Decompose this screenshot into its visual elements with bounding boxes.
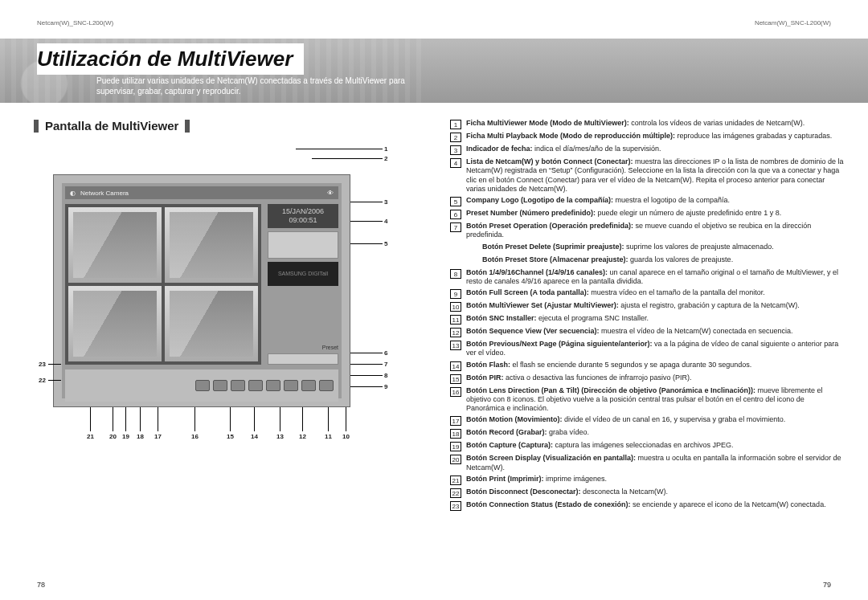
leader-line — [312, 158, 383, 159]
callout-number-box: 9 — [450, 289, 461, 299]
definition-text: Lista de Netcam(W) y botón Connect (Cone… — [466, 157, 844, 194]
screenshot-body: 15/JAN/2006 09:00:51 SAMSUNG DIGITall Pr… — [65, 204, 338, 365]
definition-text: Botón Motion (Movimiento): divide el víd… — [466, 415, 785, 426]
callout-number-box: 16 — [450, 387, 461, 397]
running-head-right: Netcam(W)_SNC-L200(W) — [755, 19, 831, 27]
camera-tile — [165, 207, 258, 283]
leader-line — [302, 407, 303, 431]
callout-number-box: 18 — [450, 429, 461, 439]
definition-row: 12Botón Sequence View (Ver secuencia): m… — [450, 327, 844, 337]
definition-row: 14Botón Flash: el flash se enciende dura… — [450, 361, 844, 371]
toolbar-button — [195, 380, 210, 391]
callout-number-box: 5 — [450, 197, 461, 206]
leader-line — [48, 364, 61, 365]
window-titlebar: ◐ Network Camera 👁 — [65, 186, 338, 199]
page-number-right: 79 — [823, 581, 831, 589]
definition-text: Botón PIR: activa o desactiva las funcio… — [466, 373, 692, 384]
preset-label: Preset — [268, 345, 338, 350]
definition-text: Botón Capture (Captura): captura las imá… — [466, 441, 734, 451]
callout-number-box: 3 — [450, 145, 461, 155]
leader-line — [350, 353, 383, 353]
date-indicator: 15/JAN/2006 09:00:51 — [268, 204, 338, 228]
definition-text: Botón 1/4/9/16Channel (1/4/9/16 canales)… — [466, 268, 844, 287]
definition-text: Indicador de fecha: indica el día/mes/añ… — [466, 145, 661, 155]
leader-line — [280, 407, 280, 431]
camera-tile — [68, 207, 162, 283]
callout-number: 1 — [384, 145, 387, 153]
eye-icon: 👁 — [327, 190, 334, 197]
callout-number: 14 — [251, 433, 258, 440]
callout-number-box: 1 — [450, 120, 461, 129]
leader-line — [350, 221, 383, 222]
banner-continuation — [426, 39, 868, 103]
callout-number-box: 15 — [450, 374, 461, 384]
callout-number: 7 — [384, 361, 387, 368]
callout-number-box: 2 — [450, 133, 461, 142]
page-title: Utilización de MultiViewer — [37, 43, 304, 75]
callout-number: 5 — [384, 240, 387, 247]
callout-number-box: 23 — [450, 501, 461, 511]
definition-row: 5Company Logo (Logotipo de la compañía):… — [450, 196, 844, 206]
definition-row: 1Ficha MultiViewer Mode (Modo de MultiVi… — [450, 119, 844, 129]
callout-number-box: 8 — [450, 269, 461, 279]
netcam-list — [268, 231, 338, 259]
callout-number-box: 19 — [450, 442, 461, 451]
leader-line — [350, 386, 383, 387]
definition-row: 21Botón Print (Imprimir): imprime imágen… — [450, 475, 844, 485]
leader-line — [296, 149, 383, 149]
toolbar-button — [213, 380, 227, 391]
definition-text: Botón Flash: el flash se enciende durant… — [466, 361, 751, 371]
callout-number-box: 14 — [450, 361, 461, 371]
definition-row: 23Botón Connection Status (Estado de con… — [450, 500, 844, 511]
callout-number: 16 — [191, 433, 199, 440]
callout-number: 18 — [137, 433, 144, 440]
callout-number: 4 — [384, 218, 387, 225]
callout-number-box: 13 — [450, 341, 461, 350]
callout-number-box: 11 — [450, 315, 461, 324]
definition-row: 4Lista de Netcam(W) y botón Connect (Con… — [450, 157, 844, 194]
callout-number: 10 — [342, 433, 350, 440]
definition-text: Botón MultiViewer Set (Ajustar MultiView… — [466, 301, 800, 312]
callout-number: 13 — [276, 433, 284, 440]
callout-number: 22 — [39, 377, 46, 384]
section-heading: Pantalla de MultiViewer — [34, 119, 418, 133]
callout-number-box: 10 — [450, 302, 461, 312]
leader-line — [194, 407, 195, 431]
page-subtitle: Puede utilizar varias unidades de Netcam… — [96, 76, 410, 96]
leader-line — [350, 364, 383, 365]
definition-row: 2Ficha Multi Playback Mode (Modo de repr… — [450, 132, 844, 142]
definition-text: Botón Preset Store (Almacenar preajuste)… — [482, 255, 733, 266]
preset-number-box — [268, 353, 338, 365]
leader-line — [350, 375, 383, 376]
toolbar-button — [319, 380, 334, 391]
definition-text: Botón Disconnect (Desconectar): desconec… — [466, 488, 668, 498]
definition-text: Botón Lens Direction (Pan & Tilt) (Direc… — [466, 386, 844, 414]
logo-text: SAMSUNG DIGITall — [278, 271, 328, 276]
callout-number: 2 — [384, 155, 387, 162]
leader-line — [113, 407, 113, 431]
definition-row: 18Botón Record (Grabar): graba vídeo. — [450, 428, 844, 439]
definition-text: Botón Sequence View (Ver secuencia): mue… — [466, 327, 793, 337]
definition-text: Ficha MultiViewer Mode (Modo de MultiVie… — [466, 119, 805, 129]
camera-tile — [165, 286, 258, 361]
callout-number-box: 22 — [450, 488, 461, 498]
callout-number-box — [466, 256, 477, 266]
callout-number-box: 20 — [450, 455, 461, 464]
callout-number: 9 — [384, 383, 387, 390]
definition-text: Botón Previous/Next Page (Página siguien… — [466, 340, 844, 358]
callout-number: 20 — [109, 433, 117, 440]
definition-text: Botón Record (Grabar): graba vídeo. — [466, 428, 589, 439]
banner-decor — [426, 39, 868, 103]
definition-text: Botón Preset Operation (Operación predef… — [466, 222, 844, 240]
leader-line — [158, 407, 158, 431]
toolbar-button — [248, 380, 263, 391]
definition-row: 11Botón SNC Installer: ejecuta el progra… — [450, 314, 844, 324]
definition-text: Preset Number (Número predefinido): pued… — [466, 209, 781, 219]
toolbar-button — [266, 380, 280, 391]
leader-line — [350, 243, 383, 244]
definition-text: Botón SNC Installer: ejecuta el programa… — [466, 314, 649, 324]
callout-number-box: 6 — [450, 210, 461, 219]
leader-line — [48, 380, 61, 381]
date-text: 15/JAN/2006 — [269, 207, 337, 216]
page-right: Netcam(W)_SNC-L200(W) 1Ficha MultiViewer… — [434, 0, 868, 600]
